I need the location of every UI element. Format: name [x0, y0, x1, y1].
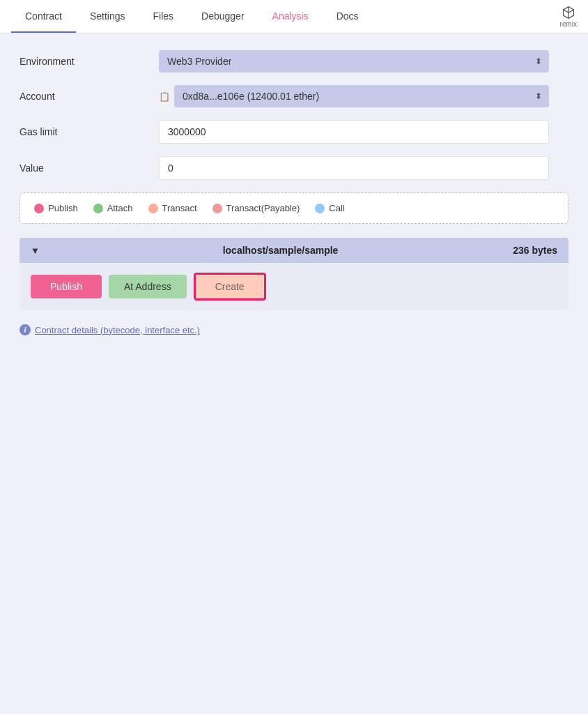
transact-dot: [148, 204, 158, 213]
legend-box: Publish Attach Transact Transact(Payable…: [20, 192, 568, 224]
account-label: Account: [20, 91, 159, 102]
contract-dropdown-arrow-icon[interactable]: ▼: [31, 245, 40, 256]
publish-legend-label: Publish: [48, 203, 78, 213]
value-label: Value: [20, 162, 159, 174]
value-control: [159, 156, 549, 180]
environment-control: Web3 Provider JavaScript VM Injected Web…: [159, 50, 549, 73]
environment-row: Environment Web3 Provider JavaScript VM …: [20, 50, 568, 73]
account-select-wrapper: 0xd8a...e106e (12400.01 ether) ⬍: [174, 85, 549, 107]
tab-docs[interactable]: Docs: [323, 1, 373, 33]
contract-name: localhost/sample/sample: [48, 245, 513, 256]
attach-legend-label: Attach: [107, 203, 133, 213]
legend-transact-payable: Transact(Payable): [212, 203, 300, 213]
legend-transact: Transact: [148, 203, 197, 213]
main-content: Environment Web3 Provider JavaScript VM …: [0, 33, 588, 355]
copy-icon[interactable]: 📋: [159, 91, 170, 102]
value-input[interactable]: [159, 156, 549, 180]
gas-limit-control: [159, 120, 549, 144]
tab-debugger[interactable]: Debugger: [187, 1, 258, 33]
create-button[interactable]: Create: [194, 273, 266, 301]
publish-button[interactable]: Publish: [31, 275, 102, 298]
tab-files[interactable]: Files: [139, 1, 188, 33]
environment-label: Environment: [20, 56, 159, 67]
contract-details-label: Contract details (bytecode, interface et…: [35, 325, 200, 335]
transact-payable-dot: [212, 204, 222, 213]
info-icon: i: [20, 324, 31, 335]
remix-logo: remix: [560, 6, 577, 28]
contract-bar: ▼ localhost/sample/sample 236 bytes: [20, 238, 568, 263]
publish-dot: [34, 204, 44, 213]
gas-limit-row: Gas limit: [20, 120, 568, 144]
transact-legend-label: Transact: [162, 203, 197, 213]
tab-contract[interactable]: Contract: [11, 1, 76, 33]
account-inner-row: 📋 0xd8a...e106e (12400.01 ether) ⬍: [159, 85, 549, 107]
legend-call: Call: [315, 203, 344, 213]
account-row: Account 📋 0xd8a...e106e (12400.01 ether)…: [20, 85, 568, 107]
at-address-button[interactable]: At Address: [109, 275, 187, 298]
call-dot: [315, 204, 325, 213]
call-legend-label: Call: [329, 203, 344, 213]
legend-attach: Attach: [93, 203, 133, 213]
contract-size: 236 bytes: [513, 245, 557, 256]
legend-publish: Publish: [34, 203, 78, 213]
tab-settings[interactable]: Settings: [76, 1, 139, 33]
nav-tabs: Contract Settings Files Debugger Analysi…: [11, 1, 560, 33]
account-control: 📋 0xd8a...e106e (12400.01 ether) ⬍: [159, 85, 549, 107]
gas-limit-label: Gas limit: [20, 126, 159, 137]
contract-details-link[interactable]: i Contract details (bytecode, interface …: [20, 321, 568, 338]
attach-dot: [93, 204, 103, 213]
value-row: Value: [20, 156, 568, 180]
environment-select-wrapper: Web3 Provider JavaScript VM Injected Web…: [159, 50, 549, 73]
account-select[interactable]: 0xd8a...e106e (12400.01 ether): [174, 85, 549, 107]
tab-analysis[interactable]: Analysis: [258, 1, 323, 33]
environment-select[interactable]: Web3 Provider JavaScript VM Injected Web…: [159, 50, 549, 73]
transact-payable-legend-label: Transact(Payable): [226, 203, 300, 213]
gas-limit-input[interactable]: [159, 120, 549, 144]
top-nav: Contract Settings Files Debugger Analysi…: [0, 0, 588, 33]
action-buttons: Publish At Address Create: [20, 263, 568, 310]
